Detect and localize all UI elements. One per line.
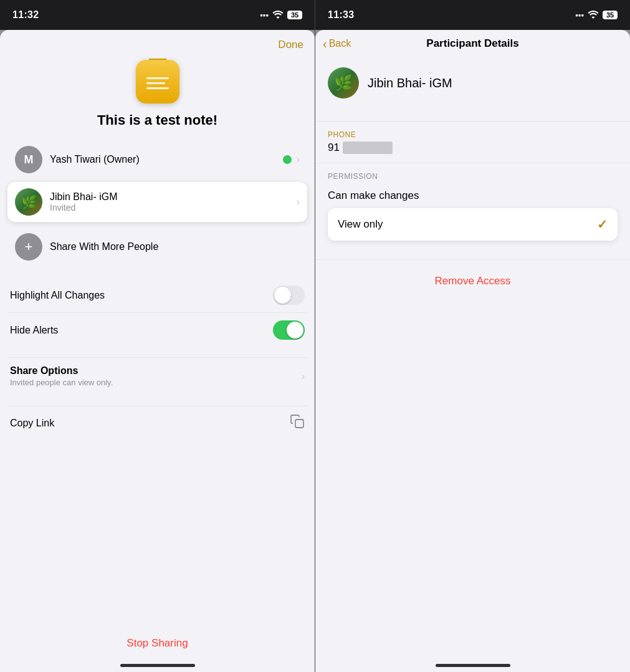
- copy-link-label: Copy Link: [10, 418, 54, 429]
- right-status-icons: ▪▪▪ 35: [575, 10, 618, 21]
- share-options-row[interactable]: Share Options Invited people can view on…: [7, 357, 307, 395]
- toggle-knob-2: [287, 322, 303, 338]
- participants-list: M Yash Tiwari (Owner) › 🌿: [0, 140, 315, 222]
- right-status-bar: 11:33 ▪▪▪ 35: [315, 0, 630, 30]
- remove-access-button[interactable]: Remove Access: [328, 269, 618, 294]
- highlight-changes-toggle[interactable]: [273, 286, 305, 305]
- copy-icon: [290, 414, 305, 433]
- notes-line-3: [146, 87, 169, 89]
- share-options-text: Share Options Invited people can view on…: [10, 365, 113, 387]
- view-only-label: View only: [338, 218, 383, 231]
- left-phone-panel: 11:32 ▪▪▪ 35 Done: [0, 0, 315, 672]
- participant-detail-row: 🌿 Jibin Bhai- iGM: [328, 67, 618, 98]
- participant-detail-section: 🌿 Jibin Bhai- iGM: [315, 57, 630, 121]
- nav-bar: ‹ Back Participant Details: [315, 30, 630, 57]
- participant-avatar-img: 🌿: [15, 188, 42, 216]
- left-main-content: Done This is a test note!: [0, 30, 315, 672]
- permission-section: PERMISSION Can make changes View only ✓: [315, 163, 630, 259]
- notes-header: Done: [0, 30, 315, 55]
- participant-status: Invited: [50, 203, 294, 213]
- share-more-row[interactable]: + Share With More People: [7, 227, 307, 267]
- owner-avatar: M: [15, 146, 42, 173]
- toggle-knob: [274, 287, 291, 304]
- right-phone-panel: 11:33 ▪▪▪ 35 ‹ Back Participant Details: [315, 0, 630, 672]
- phone-label: Phone: [328, 130, 618, 139]
- left-time: 11:32: [12, 9, 39, 21]
- view-only-option[interactable]: View only ✓: [328, 208, 618, 241]
- phone-blurred: [343, 142, 393, 154]
- owner-info: Yash Tiwari (Owner): [50, 154, 283, 165]
- phone-prefix: 91: [328, 142, 340, 153]
- right-signal-icon: ▪▪▪: [575, 11, 584, 20]
- svg-rect-0: [295, 420, 303, 428]
- owner-chevron: ›: [297, 154, 300, 165]
- right-time: 11:33: [328, 9, 354, 21]
- checkmark-icon: ✓: [597, 217, 608, 232]
- signal-icon: ▪▪▪: [260, 11, 269, 20]
- share-options-title: Share Options: [10, 365, 113, 377]
- notes-line-2: [146, 82, 165, 84]
- participant-avatar: 🌿: [15, 188, 42, 216]
- owner-row-right: ›: [283, 154, 300, 165]
- stop-sharing-button[interactable]: Stop Sharing: [102, 630, 212, 657]
- owner-name: Yash Tiwari (Owner): [50, 154, 283, 165]
- stop-sharing-wrap: Stop Sharing: [0, 630, 315, 657]
- right-bottom-bar: [436, 664, 510, 667]
- detail-avatar: 🌿: [328, 67, 359, 98]
- hide-alerts-label: Hide Alerts: [10, 325, 58, 336]
- left-bottom-bar: [120, 664, 195, 667]
- highlight-changes-label: Highlight All Changes: [10, 290, 105, 301]
- hide-alerts-row: Hide Alerts: [7, 313, 307, 347]
- notes-icon-lines: [146, 77, 169, 89]
- wifi-icon: [272, 10, 284, 21]
- settings-section: Highlight All Changes Hide Alerts: [0, 278, 315, 347]
- plus-circle-icon: +: [15, 233, 42, 261]
- notes-line-1: [146, 77, 169, 79]
- back-label: Back: [329, 38, 351, 49]
- detail-name: Jibin Bhai- iGM: [368, 76, 452, 90]
- right-main-content: ‹ Back Participant Details 🌿 Jibin Bhai-…: [315, 30, 630, 672]
- highlight-changes-row: Highlight All Changes: [7, 278, 307, 313]
- phone-value: 91: [328, 142, 618, 154]
- can-make-changes: Can make changes: [328, 187, 618, 204]
- notes-icon-top: [149, 59, 166, 65]
- note-title: This is a test note!: [12, 112, 302, 128]
- green-status-dot: [283, 155, 292, 164]
- permission-label: PERMISSION: [328, 172, 618, 181]
- left-status-bar: 11:32 ▪▪▪ 35: [0, 0, 315, 30]
- participant-info: Jibin Bhai- iGM Invited: [50, 191, 294, 213]
- participant-name: Jibin Bhai- iGM: [50, 191, 294, 203]
- participant-chevron: ›: [297, 196, 300, 208]
- copy-link-row[interactable]: Copy Link: [7, 406, 307, 440]
- share-options-chevron: ›: [302, 371, 305, 382]
- notes-app-icon: [136, 60, 179, 103]
- phone-section: Phone 91: [315, 121, 630, 163]
- participant-row-right: ›: [294, 196, 300, 208]
- owner-row[interactable]: M Yash Tiwari (Owner) ›: [7, 140, 307, 180]
- back-button[interactable]: ‹ Back: [323, 37, 351, 51]
- left-battery: 35: [287, 11, 302, 19]
- hide-alerts-toggle[interactable]: [273, 320, 305, 340]
- remove-access-section: Remove Access: [315, 259, 630, 302]
- nav-title: Participant Details: [426, 37, 518, 50]
- share-more-label: Share With More People: [50, 241, 158, 252]
- share-options-subtitle: Invited people can view only.: [10, 378, 113, 387]
- done-button[interactable]: Done: [278, 39, 303, 51]
- participant-row-highlighted[interactable]: 🌿 Jibin Bhai- iGM Invited ›: [7, 182, 307, 222]
- right-wifi-icon: [588, 10, 599, 21]
- notes-icon-wrap: [0, 60, 315, 103]
- right-battery: 35: [603, 11, 618, 19]
- back-chevron-icon: ‹: [323, 37, 327, 51]
- owner-avatar-letter: M: [24, 153, 34, 166]
- left-status-icons: ▪▪▪ 35: [260, 10, 302, 21]
